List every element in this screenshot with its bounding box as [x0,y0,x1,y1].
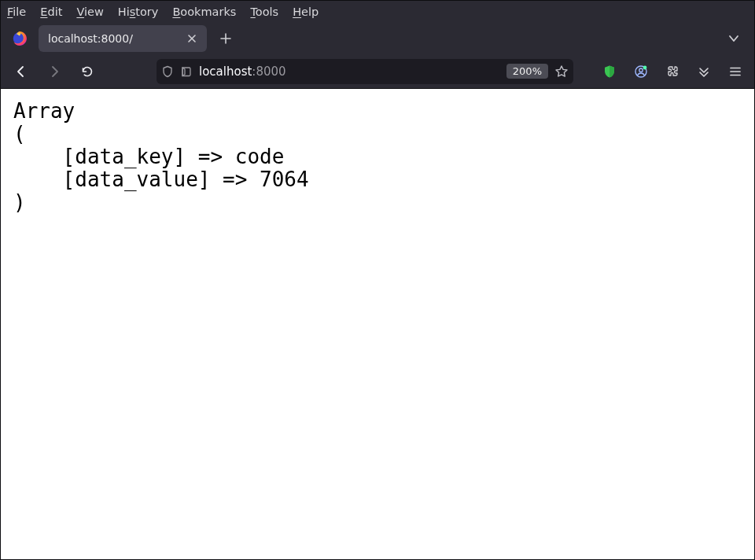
url-text: localhost:8000 [199,64,500,79]
bookmark-star-icon[interactable] [554,64,569,79]
zoom-badge[interactable]: 200% [506,64,548,79]
menu-tools[interactable]: Tools [250,6,278,18]
tracking-protection-icon[interactable] [161,65,174,78]
app-menu-icon[interactable] [724,61,746,83]
account-icon[interactable] [630,61,652,83]
menu-bookmarks[interactable]: Bookmarks [172,6,236,18]
url-bar[interactable]: localhost:8000 200% [157,59,573,84]
back-button[interactable] [9,59,34,84]
forward-button[interactable] [42,59,67,84]
new-tab-button[interactable] [213,26,238,51]
svg-point-2 [639,68,643,72]
reload-button[interactable] [75,59,100,84]
site-identity-icon[interactable] [180,65,193,78]
list-all-tabs-icon[interactable] [721,26,746,51]
menubar: File Edit View History Bookmarks Tools H… [1,1,754,23]
menu-help[interactable]: Help [293,6,319,18]
menu-view[interactable]: View [76,6,103,18]
ublock-icon[interactable] [598,61,621,83]
browser-tab[interactable]: localhost:8000/ [39,25,207,52]
navigation-toolbar: localhost:8000 200% [1,54,754,89]
tab-strip: localhost:8000/ [1,23,754,54]
page-content: Array ( [data_key] => code [data_value] … [1,89,754,559]
php-print-r-output: Array ( [data_key] => code [data_value] … [13,100,742,215]
overflow-icon[interactable] [693,61,715,83]
tab-close-icon[interactable] [185,31,199,46]
menu-history[interactable]: History [118,6,159,18]
svg-point-3 [643,65,647,69]
menu-edit[interactable]: Edit [40,6,62,18]
firefox-logo-icon [9,28,31,50]
tab-title: localhost:8000/ [48,32,179,45]
toolbar-right [598,61,746,83]
extensions-icon[interactable] [661,61,683,83]
menu-file[interactable]: File [7,6,26,18]
